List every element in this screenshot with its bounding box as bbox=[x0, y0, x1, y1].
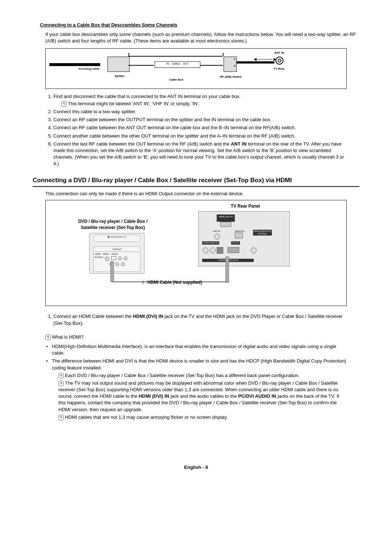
step-5: Connect another cable between the other … bbox=[53, 133, 347, 139]
label-cable: CABLE bbox=[172, 62, 180, 65]
section1-title: Connecting to a Cable Box that Descrambl… bbox=[40, 22, 359, 28]
section2-steps: Connect an HDMI Cable between the HDMI (… bbox=[45, 313, 347, 326]
section2-heading: Connecting a DVD / Blu-ray player / Cabl… bbox=[33, 176, 359, 187]
cable-label: HDMI Cable (Not supplied) bbox=[147, 279, 202, 286]
sub-note-3: ✎HDMI cables that are not 1,3 may cause … bbox=[58, 414, 347, 421]
sub-note-2: ✎The TV may not output sound and picture… bbox=[58, 380, 347, 413]
diagram-hdmi: TV Rear Panel DVD / Blu-ray player / Cab… bbox=[45, 200, 347, 306]
note-icon: ✎ bbox=[61, 101, 66, 107]
label-tvrear: TV Rear bbox=[274, 67, 285, 71]
label-out: OUT bbox=[183, 62, 188, 65]
note-icon: ✎ bbox=[45, 335, 50, 340]
hdmi-plug-right-icon bbox=[225, 257, 229, 283]
note-icon: ✎ bbox=[58, 381, 64, 386]
page-footer: English - 8 bbox=[33, 464, 359, 471]
label-tv-rear-panel: TV Rear Panel bbox=[213, 203, 278, 209]
label-b: B bbox=[225, 64, 236, 68]
bullet-1: HDMI(High-Definition Multimedia Interfac… bbox=[45, 343, 347, 356]
step-1: Find and disconnect the cable that is co… bbox=[53, 93, 347, 107]
cable-number: 1 bbox=[142, 279, 144, 286]
hdmi-plug-left-icon bbox=[110, 261, 114, 282]
step-6: Connect the last RF cable between the OU… bbox=[53, 141, 347, 167]
antenna-port-icon bbox=[275, 57, 283, 65]
label-rfswitch: RF (A/B) Switch bbox=[220, 75, 242, 79]
section1-steps: Find and disconnect the cable that is co… bbox=[45, 93, 347, 167]
label-antin: ANT IN bbox=[274, 51, 284, 55]
hdmi-step-1: Connect an HDMI Cable between the HDMI (… bbox=[53, 313, 347, 326]
label-device: DVD / Blu-ray player / Cable Box / Satel… bbox=[71, 218, 155, 231]
bullet-2: The difference between HDMI and DVI is t… bbox=[45, 358, 347, 421]
label-in: IN bbox=[167, 62, 169, 65]
ant-port-icon bbox=[214, 234, 220, 240]
diagram-rf-splitter: Incoming cable Splitter IN CABLE OUT Cab… bbox=[45, 48, 347, 89]
sub-note-1: ✎Each DVD / Blu-ray player / Cable Box /… bbox=[58, 372, 347, 379]
label-cablebox: Cable Box bbox=[169, 78, 183, 82]
label-a: A bbox=[225, 57, 236, 61]
device-box: ◉ ═══════ ▭ OUTPUT HDMIVIDEOAUDIO RF INP… bbox=[89, 233, 144, 274]
section1-intro: If your cable box descrambles only some … bbox=[45, 31, 359, 44]
label-splitter: Splitter bbox=[115, 74, 125, 78]
tv-rear-panel-box: HDMI (DVI) IN ANT IN SERVICE DIGITAL AUD… bbox=[198, 211, 290, 266]
step-4: Connect an RF cable between the ANT OUT … bbox=[53, 124, 347, 131]
hdmi-notes: HDMI(High-Definition Multimedia Interfac… bbox=[45, 343, 347, 421]
section2-intro: This connection can only be made if ther… bbox=[45, 191, 359, 197]
step-2: Connect this cable to a two-way splitter… bbox=[53, 109, 347, 115]
label-incoming: Incoming cable bbox=[78, 67, 99, 71]
note-icon: ✎ bbox=[58, 373, 64, 379]
what-is-hdmi: ✎What is HDMI? bbox=[45, 334, 359, 340]
step-3: Connect an RF cable between the OUTPUT t… bbox=[53, 116, 347, 123]
note-icon: ✎ bbox=[58, 415, 64, 420]
